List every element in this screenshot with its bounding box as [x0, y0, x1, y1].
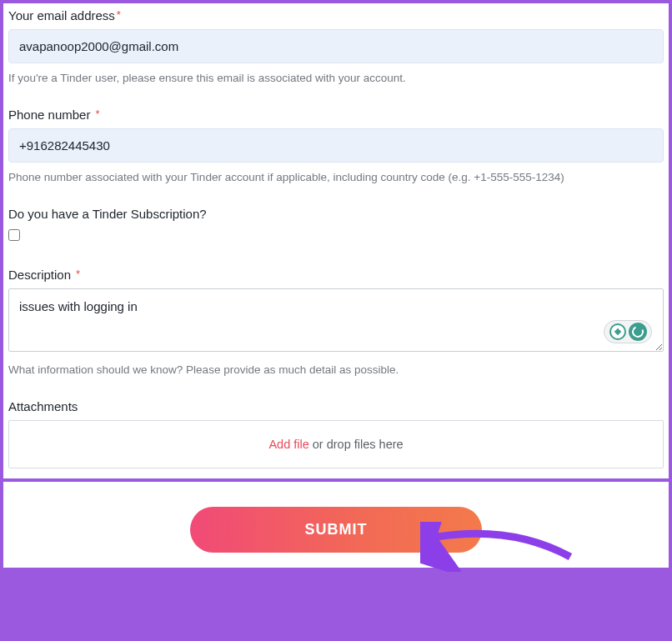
description-group: Description* What information should we …	[8, 268, 664, 376]
phone-label: Phone number*	[8, 108, 664, 122]
subscription-label: Do you have a Tinder Subscription?	[8, 207, 664, 221]
form-body: Your email address* If you're a Tinder u…	[3, 3, 669, 478]
description-help: What information should we know? Please …	[8, 363, 664, 376]
required-asterisk-icon: *	[95, 108, 99, 120]
form-frame: Your email address* If you're a Tinder u…	[0, 0, 672, 571]
attachments-group: Attachments Add file or drop files here	[8, 399, 664, 468]
email-group: Your email address* If you're a Tinder u…	[8, 8, 664, 84]
required-asterisk-icon: *	[117, 8, 121, 21]
phone-field[interactable]	[8, 128, 664, 163]
grammar-hint-icon	[609, 323, 626, 340]
grammar-extension-badge[interactable]	[604, 320, 652, 343]
email-label: Your email address*	[8, 8, 664, 23]
description-wrapper	[8, 288, 664, 355]
email-help: If you're a Tinder user, please ensure t…	[8, 72, 664, 84]
phone-label-text: Phone number	[8, 108, 90, 122]
description-label-text: Description	[8, 268, 71, 282]
subscription-checkbox[interactable]	[8, 229, 20, 241]
drop-files-text: or drop files here	[309, 438, 404, 451]
submit-button[interactable]: SUBMIT	[190, 507, 482, 553]
description-label: Description*	[8, 268, 664, 282]
email-label-text: Your email address	[8, 8, 115, 23]
submit-section: SUBMIT	[3, 482, 669, 568]
attachments-label: Attachments	[8, 399, 664, 413]
description-field[interactable]	[8, 288, 664, 352]
email-field[interactable]	[8, 29, 664, 63]
phone-help: Phone number associated with your Tinder…	[8, 171, 664, 183]
grammar-check-icon	[629, 323, 647, 341]
add-file-link[interactable]: Add file	[268, 438, 308, 451]
attachments-dropzone[interactable]: Add file or drop files here	[8, 420, 664, 468]
subscription-group: Do you have a Tinder Subscription?	[8, 207, 664, 244]
required-asterisk-icon: *	[76, 268, 80, 280]
phone-group: Phone number* Phone number associated wi…	[8, 108, 664, 183]
